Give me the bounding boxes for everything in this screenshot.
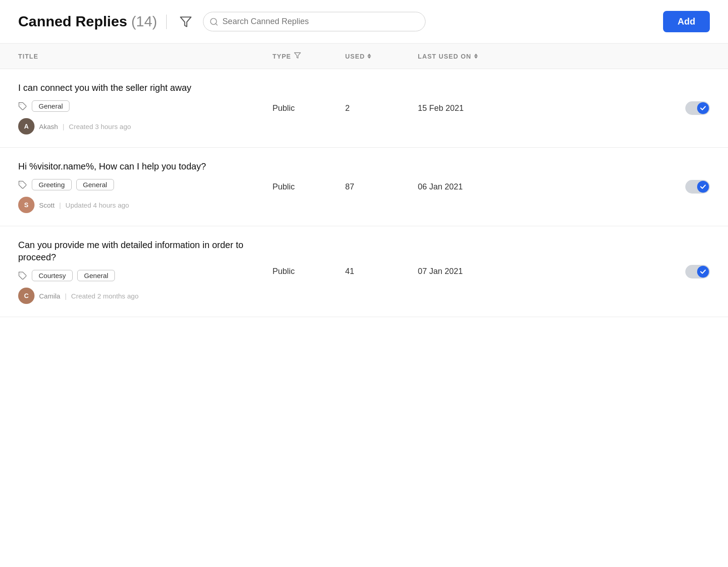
row-tags: GreetingGeneral	[18, 179, 272, 190]
svg-marker-3	[294, 53, 300, 58]
toggle-track	[685, 265, 710, 279]
author-name: Akash	[39, 123, 58, 130]
toggle-thumb	[697, 181, 709, 193]
toggle-thumb	[697, 266, 709, 278]
reply-title: I can connect you with the seller right …	[18, 82, 272, 94]
check-icon	[700, 269, 706, 275]
search-icon	[209, 17, 218, 26]
author-time: Created 2 months ago	[71, 292, 139, 300]
row-tags: CourtesyGeneral	[18, 270, 272, 281]
check-icon	[700, 105, 706, 111]
row-last-used: 06 Jan 2021	[418, 182, 674, 192]
toggle-track	[685, 180, 710, 194]
row-left: Can you provide me with detailed informa…	[18, 239, 272, 304]
table-header: TITLE TYPE USED LAST USED ON	[0, 44, 728, 69]
reply-count: (14)	[131, 13, 157, 30]
row-toggle-container	[674, 101, 710, 115]
check-icon	[700, 184, 706, 190]
row-used: 87	[345, 182, 418, 192]
search-input[interactable]	[203, 12, 426, 31]
table-row: I can connect you with the seller right …	[0, 69, 728, 148]
type-filter-icon[interactable]	[294, 52, 301, 60]
row-author: S Scott | Updated 4 hours ago	[18, 197, 272, 213]
author-time: Created 3 hours ago	[69, 123, 131, 130]
reply-title: Can you provide me with detailed informa…	[18, 239, 272, 264]
page-title: Canned Replies (14)	[18, 13, 157, 30]
svg-line-2	[216, 23, 218, 25]
toggle-track	[685, 101, 710, 115]
row-type: Public	[272, 267, 345, 276]
row-toggle-container	[674, 265, 710, 279]
toggle-button[interactable]	[685, 265, 710, 279]
avatar: S	[18, 197, 35, 213]
table-body: I can connect you with the seller right …	[0, 69, 728, 317]
row-type: Public	[272, 104, 345, 113]
row-last-used: 07 Jan 2021	[418, 267, 674, 276]
row-toggle-container	[674, 180, 710, 194]
col-header-last-used: LAST USED ON	[418, 53, 674, 60]
used-sort-icon[interactable]	[367, 54, 371, 59]
author-time: Updated 4 hours ago	[65, 201, 129, 209]
toggle-button[interactable]	[685, 101, 710, 115]
table-row: Can you provide me with detailed informa…	[0, 226, 728, 317]
toggle-wrap	[685, 101, 710, 115]
toggle-wrap	[685, 180, 710, 194]
row-left: Hi %visitor.name%, How can I help you to…	[18, 160, 272, 213]
header-divider	[166, 15, 167, 29]
col-header-type: TYPE	[272, 52, 345, 60]
row-type: Public	[272, 182, 345, 192]
last-used-sort-icon[interactable]	[474, 54, 478, 59]
add-button[interactable]: Add	[663, 11, 710, 32]
row-tags: General	[18, 100, 272, 112]
avatar: C	[18, 288, 35, 304]
filter-button[interactable]	[176, 14, 196, 30]
tag: Courtesy	[32, 270, 73, 281]
page-header: Canned Replies (14) Add	[0, 0, 728, 44]
col-header-title: TITLE	[18, 53, 272, 60]
tag-label-icon	[18, 180, 27, 189]
toggle-wrap	[685, 265, 710, 279]
table-row: Hi %visitor.name%, How can I help you to…	[0, 148, 728, 226]
tag: General	[77, 270, 115, 281]
filter-icon	[179, 15, 192, 28]
author-name: Camila	[39, 292, 60, 300]
toggle-button[interactable]	[685, 180, 710, 194]
row-left: I can connect you with the seller right …	[18, 82, 272, 134]
row-author: C Camila | Created 2 months ago	[18, 288, 272, 304]
svg-marker-0	[180, 17, 191, 26]
reply-title: Hi %visitor.name%, How can I help you to…	[18, 160, 272, 173]
search-container	[203, 12, 426, 31]
row-used: 41	[345, 267, 418, 276]
tag: General	[32, 100, 69, 112]
tag: General	[76, 179, 114, 190]
tag-label-icon	[18, 102, 27, 111]
toggle-thumb	[697, 102, 709, 114]
avatar: A	[18, 118, 35, 134]
tag-label-icon	[18, 271, 27, 280]
row-last-used: 15 Feb 2021	[418, 104, 674, 113]
row-used: 2	[345, 104, 418, 113]
col-header-used: USED	[345, 53, 418, 60]
author-name: Scott	[39, 201, 54, 209]
row-author: A Akash | Created 3 hours ago	[18, 118, 272, 134]
tag: Greeting	[32, 179, 72, 190]
